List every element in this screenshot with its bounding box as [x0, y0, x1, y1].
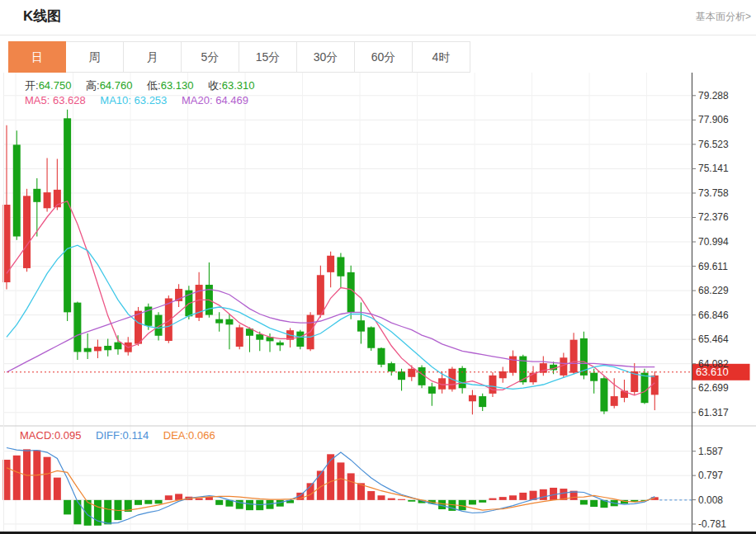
- candle: [367, 328, 375, 348]
- svg-text:68.229: 68.229: [698, 285, 729, 296]
- macd-bar: [398, 499, 405, 500]
- svg-text:73.758: 73.758: [698, 187, 729, 199]
- macd-bar: [135, 500, 142, 505]
- macd-legend: MACD:0.095 DIFF:0.114 DEA:0.066: [20, 429, 227, 442]
- macd-bar: [104, 500, 111, 524]
- macd-bar: [489, 499, 496, 500]
- candle: [398, 371, 405, 380]
- ma10-legend: MA10: 63.253: [100, 94, 167, 106]
- macd-bar: [469, 500, 476, 505]
- ma-legend: MA5: 63.628 MA10: 63.253 MA20: 64.469: [25, 94, 260, 106]
- macd-bar: [408, 500, 415, 502]
- fundamental-analysis-link[interactable]: 基本面分析>: [696, 10, 751, 24]
- macd-bar: [215, 500, 223, 505]
- candle: [570, 340, 578, 373]
- ohlc-close: 收:63.310: [208, 79, 254, 92]
- svg-text:76.523: 76.523: [698, 139, 729, 150]
- diff-value: DIFF:0.114: [96, 429, 149, 442]
- svg-text:0.008: 0.008: [698, 494, 723, 506]
- candle: [215, 319, 223, 324]
- candle: [276, 343, 284, 345]
- macd-bar: [580, 500, 588, 505]
- candle: [256, 334, 263, 340]
- candle: [236, 328, 243, 347]
- ohlc-low: 低:63.130: [147, 79, 193, 92]
- macd-bar: [540, 489, 547, 500]
- candle: [479, 396, 486, 407]
- candle: [104, 346, 111, 350]
- ma5-line: [7, 201, 654, 395]
- candle: [388, 363, 395, 371]
- svg-text:66.846: 66.846: [698, 310, 729, 321]
- svg-text:77.906: 77.906: [698, 114, 729, 125]
- price-gridlines: [3, 96, 692, 413]
- macd-bar: [44, 457, 51, 500]
- macd-bar: [165, 495, 172, 500]
- candle: [94, 347, 102, 351]
- candle: [489, 376, 496, 394]
- header-divider: [0, 35, 756, 35]
- tab-4hour[interactable]: 4时: [413, 41, 470, 73]
- svg-text:65.464: 65.464: [698, 333, 729, 345]
- tab-60min[interactable]: 60分: [355, 41, 413, 73]
- macd-bar: [509, 495, 517, 500]
- macd-bar: [347, 473, 355, 499]
- tab-daily[interactable]: 日: [8, 41, 66, 73]
- candle: [377, 348, 385, 365]
- tab-monthly[interactable]: 月: [124, 41, 182, 73]
- period-tab-bar: 日 周 月 5分 15分 30分 60分 4时: [8, 41, 470, 73]
- macd-bar: [519, 493, 527, 500]
- ohlc-open: 开:64.750: [25, 79, 71, 92]
- dea-value: DEA:0.066: [163, 429, 215, 442]
- macd-value: MACD:0.095: [20, 429, 81, 442]
- ma20-legend: MA20: 64.469: [182, 94, 248, 106]
- candle: [135, 311, 142, 344]
- candle: [73, 303, 81, 352]
- candle: [13, 144, 21, 236]
- svg-text:79.288: 79.288: [698, 90, 729, 102]
- candle: [337, 257, 344, 276]
- macd-bar: [499, 497, 507, 500]
- svg-text:75.141: 75.141: [698, 163, 729, 174]
- candle: [225, 319, 233, 325]
- candle: [44, 192, 51, 208]
- macd-bar: [54, 478, 61, 500]
- macd-axis-labels: 1.5870.7970.008-0.781: [692, 446, 726, 530]
- macd-bar: [388, 499, 395, 500]
- svg-text:1.587: 1.587: [698, 446, 723, 457]
- macd-bar: [196, 499, 203, 500]
- svg-text:61.317: 61.317: [698, 407, 729, 418]
- macd-bar: [337, 462, 344, 499]
- macd-bar: [144, 500, 152, 504]
- candles: [3, 110, 659, 415]
- macd-bar: [327, 454, 334, 500]
- ohlc-legend: 开:64.750 高:64.760 低:63.130 收:63.310: [25, 78, 266, 93]
- macd-bar: [73, 500, 81, 524]
- candle: [84, 348, 92, 352]
- macd-bar: [13, 456, 21, 500]
- candle: [469, 395, 476, 401]
- tab-weekly[interactable]: 周: [66, 41, 124, 73]
- candle: [459, 368, 466, 388]
- kline-page: { "header": { "title": "K线图", "link": "基…: [0, 0, 756, 534]
- candle: [33, 189, 40, 202]
- candle: [296, 332, 304, 347]
- macd-bar: [367, 491, 375, 500]
- candle: [611, 396, 618, 406]
- ma5-legend: MA5: 63.628: [25, 94, 86, 106]
- svg-text:62.699: 62.699: [698, 382, 729, 394]
- macd-bar: [246, 500, 253, 510]
- page-title: K线图: [23, 7, 61, 26]
- candle: [509, 357, 517, 373]
- tab-30min[interactable]: 30分: [297, 41, 355, 73]
- pane-borders: [0, 73, 756, 534]
- candle: [641, 373, 649, 404]
- svg-text:-0.781: -0.781: [698, 518, 726, 530]
- candle: [327, 256, 334, 272]
- macd-bar: [155, 500, 163, 503]
- candle: [590, 373, 598, 381]
- tab-15min[interactable]: 15分: [239, 41, 297, 73]
- candle: [114, 343, 121, 350]
- tab-5min[interactable]: 5分: [182, 41, 239, 73]
- candle: [23, 196, 31, 268]
